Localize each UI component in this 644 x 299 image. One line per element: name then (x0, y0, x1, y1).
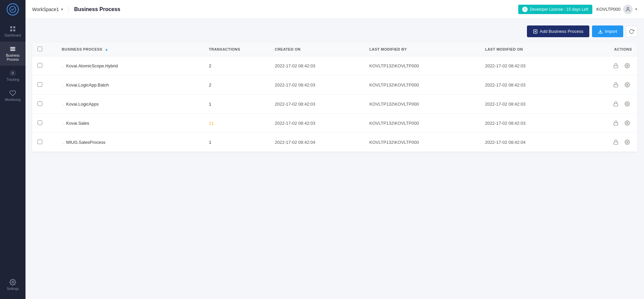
main-content: WorkSpace1 ▾ Business Process i Develope… (25, 0, 644, 299)
col-header-business-process[interactable]: BUSINESS PROCESS ▲ (56, 43, 204, 56)
table-row: .. Kovai.LogicApps 1 2022-17-02 08:42:03… (32, 95, 637, 114)
row-settings-icon-1[interactable] (623, 80, 632, 89)
row-bp-name-4[interactable]: MIUG.SalesProcess (66, 140, 105, 145)
row-settings-icon-4[interactable] (623, 137, 632, 147)
row-checkbox-2[interactable] (38, 101, 42, 106)
row-settings-icon-3[interactable] (623, 118, 632, 128)
row-created-on-0: 2022-17-02 08:42:03 (269, 56, 364, 75)
row-lock-icon-2[interactable] (611, 99, 621, 109)
sidebar-nav: Dashboard Business Process Tracking (0, 19, 25, 275)
row-lock-icon-0[interactable] (611, 61, 621, 70)
row-modified-on-2: 2022-17-02 08:42:03 (480, 95, 585, 114)
sidebar-logo (0, 0, 25, 19)
svg-point-24 (627, 141, 628, 143)
sidebar-item-dashboard-label: Dashboard (5, 34, 21, 38)
row-checkbox-0[interactable] (38, 63, 42, 68)
row-lock-icon-1[interactable] (611, 80, 621, 89)
row-transactions-value-4: 1 (209, 140, 211, 145)
row-actions-cell-4 (585, 133, 637, 152)
row-bp-name-0[interactable]: Kovai.AtomicScope.Hybrid (66, 63, 118, 68)
sidebar-item-monitoring[interactable]: Monitoring (0, 86, 25, 106)
svg-rect-7 (10, 50, 15, 51)
svg-point-0 (10, 6, 16, 12)
col-header-last-modified-by: LAST MODIFIED BY (364, 43, 480, 56)
svg-rect-19 (614, 104, 618, 106)
row-created-on-1: 2022-17-02 08:42:03 (269, 75, 364, 95)
settings-icon (9, 279, 16, 286)
sidebar-item-business-process-label: Business Process (1, 54, 24, 62)
row-checkbox-1[interactable] (38, 82, 42, 87)
row-name-cell-0: .. Kovai.AtomicScope.Hybrid (56, 56, 204, 75)
business-process-icon (9, 46, 16, 52)
license-text: Developer License : 15 days Left (530, 7, 588, 12)
sidebar-item-settings-label: Settings (7, 287, 19, 291)
row-dots-3: .. (62, 121, 64, 126)
col-header-transactions: TRANSACTIONS (204, 43, 269, 56)
row-modified-by-4: KOVLTP132\KOVLTP000 (364, 133, 480, 152)
row-checkbox-cell (32, 114, 56, 133)
add-icon (533, 29, 538, 34)
row-transactions-value-0: 2 (209, 63, 211, 68)
row-settings-icon-0[interactable] (623, 61, 632, 70)
col-header-last-modified-on: LAST MODIFIED ON (480, 43, 585, 56)
user-info[interactable]: KOVLTP000 ▾ (596, 5, 637, 14)
col-header-created-on: CREATED ON (269, 43, 364, 56)
row-checkbox-3[interactable] (38, 120, 42, 125)
row-actions-cell-0 (585, 56, 637, 75)
sort-asc-icon: ▲ (105, 48, 108, 51)
dashboard-icon (9, 25, 16, 32)
svg-rect-23 (614, 142, 618, 144)
business-process-table: BUSINESS PROCESS ▲ TRANSACTIONS CREATED … (32, 43, 637, 152)
user-avatar-icon (623, 5, 633, 14)
app-logo-icon (7, 3, 19, 15)
sidebar-item-tracking[interactable]: Tracking (0, 66, 25, 86)
select-all-checkbox[interactable] (38, 47, 42, 51)
row-created-on-4: 2022-17-02 08:42:04 (269, 133, 364, 152)
sidebar-item-dashboard[interactable]: Dashboard (0, 21, 25, 42)
refresh-button[interactable] (626, 26, 637, 37)
svg-point-22 (627, 122, 628, 124)
row-modified-by-2: KOVLTP132\KOVLTP000 (364, 95, 480, 114)
table-row: .. Kovai.LogicApp.Batch 2 2022-17-02 08:… (32, 75, 637, 95)
row-checkbox-4[interactable] (38, 139, 42, 144)
svg-point-9 (12, 282, 14, 283)
import-button[interactable]: Import (592, 25, 623, 37)
table-row: .. MIUG.SalesProcess 1 2022-17-02 08:42:… (32, 133, 637, 152)
monitoring-icon (9, 90, 16, 97)
row-transactions-value-2: 1 (209, 102, 211, 107)
header-right: i Developer License : 15 days Left KOVLT… (518, 5, 637, 14)
row-modified-on-0: 2022-17-02 08:42:03 (480, 56, 585, 75)
sidebar-item-business-process[interactable]: Business Process (0, 42, 25, 66)
svg-rect-3 (10, 29, 12, 32)
row-bp-name-3[interactable]: Kovai.Sales (66, 121, 89, 126)
row-settings-icon-2[interactable] (623, 99, 632, 109)
header-divider (68, 6, 69, 13)
row-transactions-cell-3: 11 (204, 114, 269, 133)
import-button-label: Import (605, 29, 617, 34)
username: KOVLTP000 (596, 7, 621, 12)
row-name-cell-1: .. Kovai.LogicApp.Batch (56, 75, 204, 95)
svg-point-18 (627, 84, 628, 85)
row-bp-name-1[interactable]: Kovai.LogicApp.Batch (66, 82, 109, 87)
row-lock-icon-4[interactable] (611, 137, 621, 147)
sidebar-item-settings[interactable]: Settings (0, 275, 25, 295)
add-business-process-button[interactable]: Add Business Process (527, 25, 589, 37)
toolbar: Add Business Process Import (32, 25, 637, 37)
row-actions-cell-2 (585, 95, 637, 114)
app-header: WorkSpace1 ▾ Business Process i Develope… (25, 0, 644, 19)
row-name-cell-4: .. MIUG.SalesProcess (56, 133, 204, 152)
row-modified-on-1: 2022-17-02 08:42:03 (480, 75, 585, 95)
table-row: .. Kovai.AtomicScope.Hybrid 2 2022-17-02… (32, 56, 637, 75)
row-lock-icon-3[interactable] (611, 118, 621, 128)
svg-rect-6 (10, 49, 15, 50)
row-actions-cell-3 (585, 114, 637, 133)
workspace-selector[interactable]: WorkSpace1 ▾ (32, 7, 63, 12)
svg-rect-5 (10, 47, 15, 48)
row-bp-name-2[interactable]: Kovai.LogicApps (66, 102, 99, 107)
row-dots-4: .. (62, 140, 64, 145)
table-header-row: BUSINESS PROCESS ▲ TRANSACTIONS CREATED … (32, 43, 637, 56)
page-title: Business Process (74, 6, 120, 12)
row-checkbox-cell (32, 56, 56, 75)
row-transactions-link-3[interactable]: 11 (209, 121, 214, 126)
tracking-icon (9, 70, 16, 76)
